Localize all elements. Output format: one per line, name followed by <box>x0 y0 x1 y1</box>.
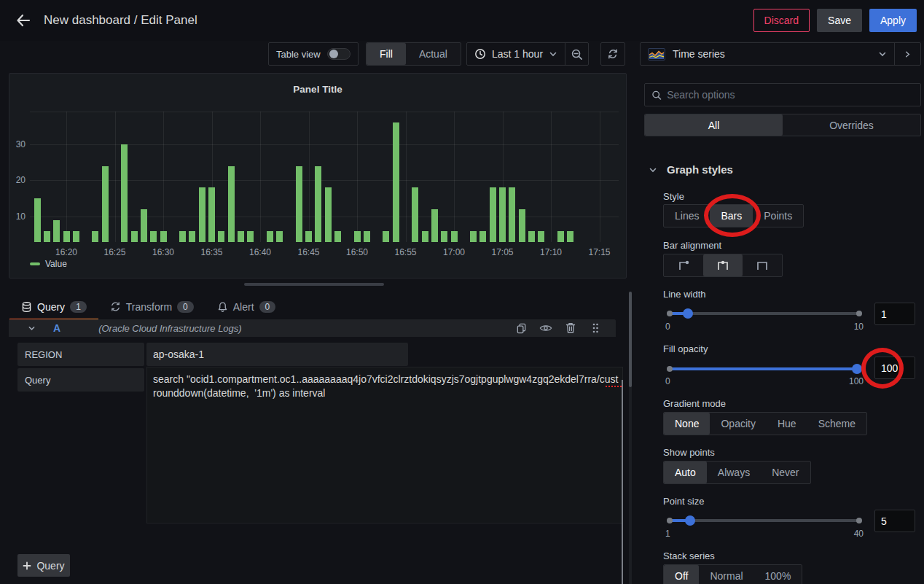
tab-alert[interactable]: Alert 0 <box>205 295 287 319</box>
gradient-scheme[interactable]: Scheme <box>807 413 866 435</box>
slider-min-dot <box>667 518 673 523</box>
chart-bar <box>325 187 332 242</box>
duplicate-query-button[interactable] <box>514 321 528 335</box>
style-option-lines[interactable]: Lines <box>664 205 710 227</box>
editor-scrollbar[interactable] <box>622 380 623 584</box>
chart-bar <box>208 187 215 242</box>
trash-icon <box>565 322 576 334</box>
refresh-button[interactable] <box>600 42 625 66</box>
toggle-knob <box>329 50 338 58</box>
time-range-button[interactable]: Last 1 hour <box>467 43 565 65</box>
fill-opacity-label: Fill opacity <box>663 343 708 354</box>
back-button[interactable] <box>12 9 35 32</box>
query-row-header[interactable]: A (Oracle Cloud Infrastructure Logs) <box>9 319 616 337</box>
stack-off[interactable]: Off <box>664 565 699 584</box>
bar-align-center-button[interactable] <box>703 254 743 276</box>
chart-bar <box>53 220 60 242</box>
line-width-slider-handle[interactable] <box>683 308 693 319</box>
chart-bar <box>296 166 302 242</box>
x-gridline <box>66 112 67 242</box>
hide-query-button[interactable] <box>539 321 553 335</box>
visualization-picker[interactable]: Time series <box>640 42 921 66</box>
chart-bar <box>150 231 157 242</box>
add-query-label: Query <box>36 560 64 572</box>
show-points-never[interactable]: Never <box>761 462 810 483</box>
show-points-auto[interactable]: Auto <box>664 462 707 483</box>
style-option-bars[interactable]: Bars <box>710 205 753 227</box>
x-gridline <box>163 112 164 242</box>
point-size-slider[interactable] <box>665 515 864 526</box>
bar-align-center-icon <box>716 259 730 272</box>
chart-bar <box>441 231 447 242</box>
section-chevron-icon <box>649 166 657 174</box>
display-mode-actual[interactable]: Actual <box>406 43 461 65</box>
chart-bar <box>519 209 525 242</box>
slider-track[interactable] <box>668 519 861 522</box>
region-field-value[interactable]: ap-osaka-1 <box>146 343 408 366</box>
filter-tab-all[interactable]: All <box>645 114 783 136</box>
tab-alert-badge: 0 <box>259 301 276 313</box>
chart-bar <box>218 231 224 242</box>
slider-track[interactable] <box>668 312 861 315</box>
stack-100[interactable]: 100% <box>754 565 802 584</box>
line-width-max: 10 <box>842 322 864 332</box>
x-tick-label: 16:45 <box>293 247 325 257</box>
stack-normal[interactable]: Normal <box>699 565 753 584</box>
display-mode-group: Fill Actual <box>366 42 461 66</box>
delete-query-button[interactable] <box>563 321 578 335</box>
plus-icon <box>23 561 31 570</box>
y-tick-label: 20 <box>7 175 26 185</box>
fill-opacity-slider[interactable] <box>665 363 864 375</box>
apply-button[interactable]: Apply <box>869 9 917 32</box>
discard-button[interactable]: Discard <box>753 9 810 32</box>
chart-bar <box>305 231 312 242</box>
graph-styles-section-header[interactable]: Graph styles <box>649 163 733 176</box>
show-points-always[interactable]: Always <box>707 462 761 483</box>
options-filter-tabs: All Overrides <box>644 114 921 136</box>
style-option-points[interactable]: Points <box>753 205 803 227</box>
x-tick-label: 16:20 <box>50 247 82 257</box>
toggle-viz-suggestions-button[interactable] <box>894 43 920 65</box>
line-width-min: 0 <box>665 322 670 332</box>
fill-opacity-input[interactable] <box>874 357 915 379</box>
point-size-input[interactable] <box>874 510 915 532</box>
point-size-slider-handle[interactable] <box>685 515 695 526</box>
zoom-out-button[interactable] <box>565 43 588 65</box>
line-width-input[interactable] <box>874 303 915 325</box>
bell-icon <box>217 301 228 313</box>
filter-tab-overrides[interactable]: Overrides <box>783 114 920 136</box>
query-text-editor[interactable]: search "ocid1.compartment.oc1..aaaaaaaaq… <box>146 367 623 523</box>
chart-bar <box>538 231 544 242</box>
eye-icon <box>539 323 552 333</box>
pane-scrollbar-thumb[interactable] <box>629 292 632 387</box>
save-button[interactable]: Save <box>817 9 862 32</box>
drag-query-handle[interactable] <box>588 321 603 335</box>
bar-align-after-button[interactable] <box>743 254 782 276</box>
chart-bar <box>364 231 370 242</box>
bar-align-before-button[interactable] <box>664 254 703 276</box>
tab-query[interactable]: Query 1 <box>9 295 98 319</box>
y-gridline <box>30 144 619 145</box>
gradient-opacity[interactable]: Opacity <box>710 413 766 435</box>
display-mode-fill[interactable]: Fill <box>367 43 406 65</box>
tab-transform[interactable]: Transform 0 <box>98 295 205 319</box>
options-search-input[interactable] <box>667 89 914 101</box>
gradient-none[interactable]: None <box>664 413 710 435</box>
x-gridline <box>454 112 455 242</box>
chart-bar <box>247 231 254 242</box>
add-query-button[interactable]: Query <box>17 554 70 577</box>
options-search <box>644 83 921 106</box>
point-size-max: 40 <box>842 529 864 539</box>
bar-align-before-icon <box>676 259 691 272</box>
x-gridline <box>115 112 116 242</box>
chart-legend[interactable]: Value <box>30 259 67 269</box>
line-width-slider[interactable] <box>665 308 864 319</box>
gradient-hue[interactable]: Hue <box>767 413 807 435</box>
panel-preview: Panel Title 10203016:2016:2516:3016:3516… <box>9 73 627 279</box>
clock-icon <box>474 48 486 60</box>
gradient-mode-label: Gradient mode <box>663 398 726 409</box>
fill-opacity-slider-handle[interactable] <box>852 364 862 374</box>
table-view-toggle[interactable] <box>327 48 351 60</box>
query-field-label: Query <box>17 368 144 392</box>
pane-resize-handle[interactable] <box>244 283 384 286</box>
